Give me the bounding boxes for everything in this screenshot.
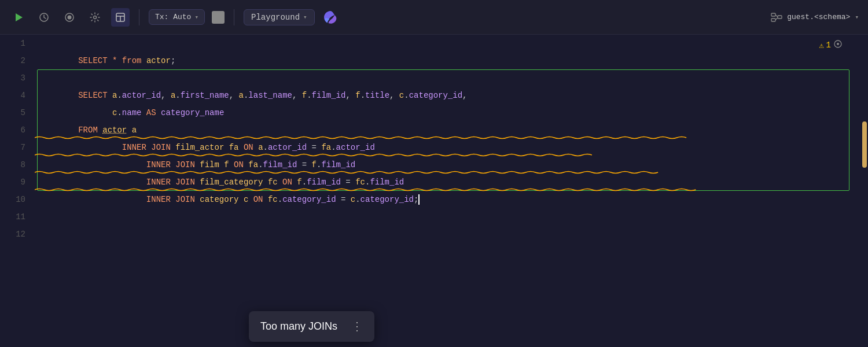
toolbar: Tx: Auto ▾ Playground ▾ guest.<schema> [0, 0, 868, 35]
svg-marker-0 [16, 13, 23, 21]
code-line-3: SELECT a.actor_id, a.first_name, a.last_… [35, 69, 861, 87]
svg-rect-10 [778, 16, 782, 19]
history-button[interactable] [35, 8, 53, 27]
line-num-6: 6 [0, 121, 35, 139]
playground-button[interactable]: Playground ▾ [244, 9, 315, 25]
warning-count: 1 [826, 40, 831, 50]
line-num-2: 2 [0, 52, 35, 69]
code-line-8: INNER JOIN film_category fc ON f.film_id… [35, 156, 861, 174]
play-button[interactable] [9, 8, 28, 27]
line-num-5: 5 [0, 104, 35, 121]
tx-label: Tx: Auto [155, 13, 191, 21]
line-num-11: 11 [0, 208, 35, 226]
schema-chevron: ▾ [855, 13, 859, 21]
divider-1 [139, 9, 139, 25]
settings-icon-warning[interactable] [833, 39, 843, 51]
svg-point-14 [837, 43, 839, 45]
vertical-scrollbar[interactable] [861, 35, 868, 347]
schema-selector[interactable]: guest.<schema> ▾ [771, 12, 859, 23]
line-num-4: 4 [0, 87, 35, 104]
code-line-5: FROM actor a [35, 104, 861, 121]
scrollbar-thumb[interactable] [862, 121, 867, 168]
line-numbers: 1 2 3 4 5 6 7 8 9 10 11 12 [0, 35, 35, 347]
settings-button[interactable] [86, 8, 104, 27]
too-many-joins-tooltip: Too many JOINs ⋮ [249, 311, 374, 342]
tooltip-text: Too many JOINs [260, 320, 337, 333]
schema-label: guest.<schema> [787, 13, 850, 21]
code-line-4: c.name AS category_name [35, 87, 861, 104]
line-num-7: 7 [0, 139, 35, 156]
code-line-10 [35, 191, 861, 208]
code-line-7: INNER JOIN film f ON fa.film_id = f.film… [35, 139, 861, 156]
svg-rect-8 [771, 13, 775, 16]
playground-chevron: ▾ [303, 13, 307, 21]
code-content: SELECT * from actor; SELECT a.actor_id, … [35, 35, 861, 243]
code-line-12 [35, 226, 861, 243]
layout-button[interactable] [111, 8, 130, 27]
tx-chevron: ▾ [194, 13, 198, 21]
svg-rect-9 [771, 19, 775, 21]
stop-button[interactable] [212, 11, 225, 24]
line-num-9: 9 [0, 174, 35, 191]
svg-point-4 [94, 16, 97, 19]
svg-point-3 [68, 15, 72, 19]
svg-line-12 [775, 17, 778, 20]
code-line-11 [35, 208, 861, 226]
editor-area: 1 2 3 4 5 6 7 8 9 10 11 12 SELECT * from… [0, 35, 868, 347]
playground-label: Playground [251, 13, 300, 22]
ai-button[interactable] [322, 9, 339, 26]
record-button[interactable] [60, 8, 79, 27]
tooltip-more-button[interactable]: ⋮ [351, 319, 363, 334]
line-num-10: 10 [0, 191, 35, 208]
warning-badge[interactable]: ⚠ 1 [819, 39, 843, 51]
code-line-6: INNER JOIN film_actor fa ON a.actor_id =… [35, 121, 861, 139]
schema-icon [771, 12, 782, 23]
line-num-12: 12 [0, 226, 35, 243]
line-num-3: 3 [0, 69, 35, 87]
code-line-1: SELECT * from actor; [35, 35, 861, 52]
code-line-9: INNER JOIN category c ON fc.category_id … [35, 174, 861, 191]
divider-2 [234, 9, 234, 25]
line-num-1: 1 [0, 35, 35, 52]
code-line-2 [35, 52, 861, 69]
tx-selector[interactable]: Tx: Auto ▾ [149, 9, 205, 25]
line-num-8: 8 [0, 156, 35, 174]
code-area[interactable]: SELECT * from actor; SELECT a.actor_id, … [35, 35, 861, 347]
warning-icon: ⚠ [819, 40, 823, 50]
